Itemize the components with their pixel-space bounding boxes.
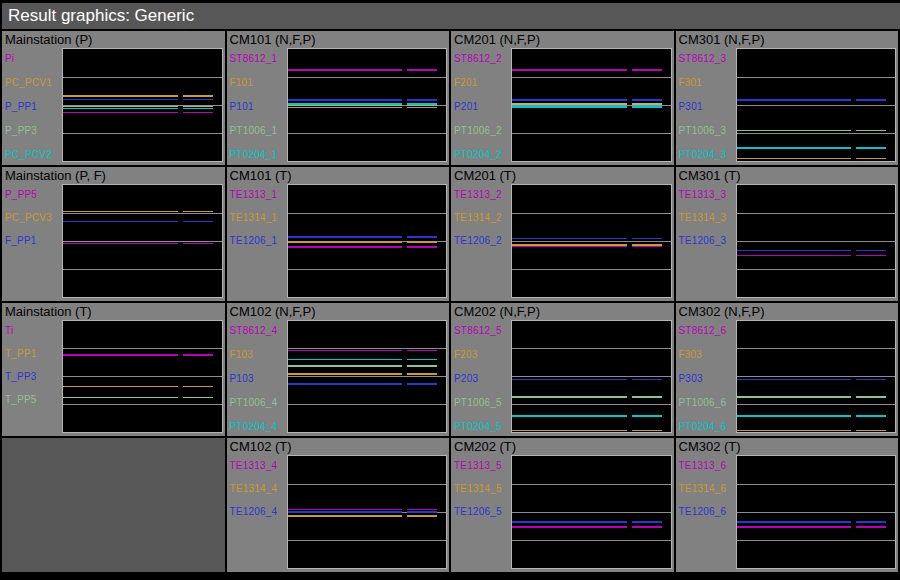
trace-magenta xyxy=(856,526,886,528)
trace-blue xyxy=(632,379,662,381)
signal-label: ST8612_1 xyxy=(230,53,278,64)
trace-magenta xyxy=(183,112,213,114)
gridline xyxy=(512,348,671,349)
trace-blue xyxy=(737,379,852,381)
gridline xyxy=(737,133,896,134)
signal-label: P301 xyxy=(679,101,703,112)
trace-green xyxy=(183,397,213,399)
signal-label: PT0204_4 xyxy=(230,421,278,432)
gridline xyxy=(737,348,896,349)
trace-blue xyxy=(288,99,403,101)
trace-cyan xyxy=(632,106,662,108)
signal-label-gutter: ST8612_5F203P203PT1006_5PT0204_5 xyxy=(451,320,511,437)
trace-magenta xyxy=(512,69,627,71)
signal-label: TE1206_3 xyxy=(679,235,727,246)
chart-area xyxy=(511,48,672,162)
signal-label: ST8612_3 xyxy=(679,53,727,64)
trace-blue xyxy=(512,238,627,240)
signal-label: TE1314_4 xyxy=(230,483,278,494)
window-title: Result graphics: Generic xyxy=(8,6,194,25)
trace-blue xyxy=(183,99,213,101)
signal-label: PT0204_5 xyxy=(454,421,502,432)
signal-label: PT0204_2 xyxy=(454,149,502,160)
trace-orange xyxy=(183,95,213,97)
panel-cm302-n-f-p: CM302 (N,F,P) ST8612_6F303P303PT1006_6PT… xyxy=(676,303,899,437)
gridline xyxy=(512,376,671,377)
gridline xyxy=(737,105,896,106)
signal-label: TE1313_6 xyxy=(679,460,727,471)
trace-green xyxy=(856,130,886,132)
trace-orange xyxy=(288,241,403,243)
signal-label: TE1314_1 xyxy=(230,212,278,223)
panel-body: P_PP5PC_PCV3F_PP1 xyxy=(2,184,225,301)
panel-cm301-n-f-p: CM301 (N,F,P) ST8612_3F301P301PT1006_3PT… xyxy=(676,31,899,165)
trace-orange xyxy=(288,373,403,375)
panel-body: ST8612_6F303P303PT1006_6PT0204_6 xyxy=(676,320,899,437)
gridline xyxy=(512,241,671,242)
signal-label-gutter: ST8612_6F303P303PT1006_6PT0204_6 xyxy=(676,320,736,437)
signal-label-gutter: TE1313_4TE1314_4TE1206_4 xyxy=(227,455,287,572)
signal-label-gutter: ST8612_3F301P301PT1006_3PT0204_3 xyxy=(676,48,736,165)
signal-label: F301 xyxy=(679,77,703,88)
chart-area xyxy=(511,455,672,569)
gridline xyxy=(63,77,222,78)
panel-cm202-n-f-p: CM202 (N,F,P) ST8612_5F203P203PT1006_5PT… xyxy=(451,303,674,437)
trace-green xyxy=(856,396,886,398)
trace-orange xyxy=(407,373,437,375)
gridline xyxy=(512,404,671,405)
signal-label: TE1314_2 xyxy=(454,212,502,223)
trace-green xyxy=(737,130,852,132)
signal-label: PT0204_3 xyxy=(679,149,727,160)
empty-cell xyxy=(2,438,225,572)
trace-green xyxy=(407,365,437,367)
trace-orange xyxy=(407,107,437,109)
chart-area xyxy=(62,320,223,434)
signal-label: P201 xyxy=(454,101,478,112)
trace-green xyxy=(63,397,178,399)
panel-title: Mainstation (P, F) xyxy=(2,167,225,184)
panel-body: TE1313_4TE1314_4TE1206_4 xyxy=(227,455,450,572)
panel-cm101-n-f-p: CM101 (N,F,P) ST8612_1F101P101PT1006_1PT… xyxy=(227,31,450,165)
trace-blue xyxy=(737,250,852,252)
panel-body: PiPC_PCV1P_PP1P_PP3PC_PCV2 xyxy=(2,48,225,165)
window-title-bar[interactable]: Result graphics: Generic xyxy=(2,3,900,29)
trace-green xyxy=(632,103,662,105)
signal-label: P_PP1 xyxy=(5,101,37,112)
panel-title: CM302 (T) xyxy=(676,438,899,455)
trace-magenta xyxy=(512,526,627,528)
panel-body: ST8612_4F103P103PT1006_4PT0204_4 xyxy=(227,320,450,437)
signal-label-gutter: P_PP5PC_PCV3F_PP1 xyxy=(2,184,62,301)
trace-magenta xyxy=(407,350,437,352)
chart-area xyxy=(287,184,448,298)
signal-label-gutter: TE1313_5TE1314_5TE1206_5 xyxy=(451,455,511,572)
panel-title: CM101 (T) xyxy=(227,167,450,184)
panel-body: TE1313_3TE1314_3TE1206_3 xyxy=(676,184,899,301)
panel-title: Mainstation (P) xyxy=(2,31,225,48)
panel-mainstation-t: Mainstation (T) TiT_PP1T_PP3T_PP5 xyxy=(2,303,225,437)
trace-blue xyxy=(737,99,852,101)
trace-magenta xyxy=(856,255,886,257)
trace-cyan xyxy=(407,359,437,361)
trace-blue xyxy=(632,521,662,523)
panel-cm201-n-f-p: CM201 (N,F,P) ST8612_2F201P201PT1006_2PT… xyxy=(451,31,674,165)
trace-magenta xyxy=(632,69,662,71)
trace-blue xyxy=(63,99,178,101)
signal-label: PT1006_4 xyxy=(230,397,278,408)
signal-label: P103 xyxy=(230,373,254,384)
chart-area xyxy=(287,48,448,162)
panel-cm102-t: CM102 (T) TE1313_4TE1314_4TE1206_4 xyxy=(227,438,450,572)
chart-area xyxy=(736,320,897,434)
trace-blue xyxy=(737,521,852,523)
trace-magenta xyxy=(183,243,213,245)
trace-blue xyxy=(512,521,627,523)
signal-label: TE1206_2 xyxy=(454,235,502,246)
trace-magenta xyxy=(63,243,178,245)
signal-label: PT1006_6 xyxy=(679,397,727,408)
gridline xyxy=(512,540,671,541)
gridline xyxy=(288,540,447,541)
signal-label: F201 xyxy=(454,77,478,88)
panel-body: TE1313_1TE1314_1TE1206_1 xyxy=(227,184,450,301)
signal-label-gutter: TiT_PP1T_PP3T_PP5 xyxy=(2,320,62,437)
signal-label: P_PP3 xyxy=(5,125,37,136)
signal-label: TE1313_2 xyxy=(454,189,502,200)
